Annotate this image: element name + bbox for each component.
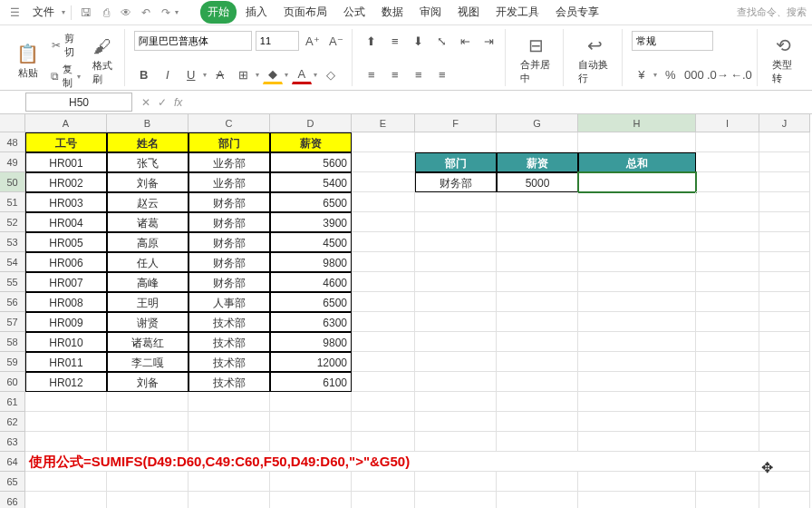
cell[interactable] bbox=[352, 312, 415, 332]
cell[interactable] bbox=[696, 492, 759, 508]
cell[interactable] bbox=[352, 152, 415, 172]
redo-icon[interactable]: ↷ bbox=[157, 4, 175, 22]
cell[interactable] bbox=[696, 272, 759, 292]
cell-dept[interactable]: 财务部 bbox=[188, 192, 270, 212]
cell[interactable] bbox=[759, 332, 810, 352]
cell[interactable] bbox=[497, 352, 578, 372]
cell-name[interactable]: 诸葛红 bbox=[107, 332, 188, 352]
cell-dept[interactable]: 人事部 bbox=[188, 292, 270, 312]
cell[interactable] bbox=[270, 412, 352, 432]
cell[interactable] bbox=[696, 212, 759, 232]
cell[interactable] bbox=[696, 172, 759, 192]
chevron-down-icon[interactable]: ▾ bbox=[62, 8, 65, 16]
cell[interactable] bbox=[578, 212, 696, 232]
cell[interactable] bbox=[415, 272, 497, 292]
type-convert-button[interactable]: ⟲类型转 bbox=[767, 31, 801, 89]
cell[interactable] bbox=[270, 492, 352, 508]
cell[interactable] bbox=[25, 392, 107, 412]
row-header-58[interactable]: 58 bbox=[0, 332, 25, 352]
cell[interactable] bbox=[578, 472, 696, 492]
cell[interactable] bbox=[415, 392, 497, 412]
cell[interactable] bbox=[415, 332, 497, 352]
cell-name[interactable]: 张飞 bbox=[107, 152, 188, 172]
cell[interactable] bbox=[352, 432, 415, 452]
cell[interactable] bbox=[25, 492, 107, 508]
cell[interactable] bbox=[759, 152, 810, 172]
cell[interactable] bbox=[497, 492, 578, 508]
cell[interactable] bbox=[25, 432, 107, 452]
cell-dept[interactable]: 技术部 bbox=[188, 312, 270, 332]
row-header-60[interactable]: 60 bbox=[0, 372, 25, 392]
cell[interactable] bbox=[497, 332, 578, 352]
cell-id[interactable]: HR008 bbox=[25, 292, 107, 312]
filter-dept[interactable]: 财务部 bbox=[415, 172, 497, 192]
tab-view[interactable]: 视图 bbox=[450, 1, 487, 24]
filter-sum-selected[interactable] bbox=[578, 172, 696, 192]
cell-id[interactable]: HR011 bbox=[25, 352, 107, 372]
wrap-text-button[interactable]: ↩自动换行 bbox=[573, 31, 616, 89]
cell-name[interactable]: 刘备 bbox=[107, 172, 188, 192]
cell[interactable] bbox=[578, 232, 696, 252]
column-header-G[interactable]: G bbox=[497, 114, 578, 132]
cell-id[interactable]: HR005 bbox=[25, 232, 107, 252]
cell[interactable] bbox=[352, 412, 415, 432]
filter-header-dept[interactable]: 部门 bbox=[415, 152, 497, 172]
app-menu-icon[interactable]: ☰ bbox=[5, 4, 24, 22]
cell[interactable] bbox=[578, 332, 696, 352]
cell[interactable] bbox=[578, 192, 696, 212]
cell[interactable] bbox=[107, 432, 188, 452]
cell-salary[interactable]: 4500 bbox=[270, 232, 352, 252]
row-header-56[interactable]: 56 bbox=[0, 292, 25, 312]
filter-header-sum[interactable]: 总和 bbox=[578, 152, 696, 172]
cell-name[interactable]: 高原 bbox=[107, 232, 188, 252]
cell-name[interactable]: 谢贤 bbox=[107, 312, 188, 332]
cell-id[interactable]: HR002 bbox=[25, 172, 107, 192]
fill-color-button[interactable]: ◆ bbox=[263, 64, 283, 84]
cell[interactable] bbox=[107, 392, 188, 412]
cell[interactable] bbox=[497, 432, 578, 452]
format-painter-button[interactable]: 🖌格式刷 bbox=[87, 33, 119, 90]
column-header-B[interactable]: B bbox=[107, 114, 188, 132]
cell[interactable] bbox=[270, 432, 352, 452]
cell[interactable] bbox=[497, 132, 578, 152]
cell[interactable] bbox=[497, 392, 578, 412]
cell[interactable] bbox=[759, 372, 810, 392]
formula-input[interactable] bbox=[191, 91, 812, 113]
cell-dept[interactable]: 财务部 bbox=[188, 212, 270, 232]
cell[interactable] bbox=[352, 212, 415, 232]
cell[interactable] bbox=[578, 392, 696, 412]
cell[interactable] bbox=[188, 412, 270, 432]
tab-data[interactable]: 数据 bbox=[374, 1, 411, 24]
cell[interactable] bbox=[497, 312, 578, 332]
cell[interactable] bbox=[578, 312, 696, 332]
cell[interactable] bbox=[497, 252, 578, 272]
cell[interactable] bbox=[352, 252, 415, 272]
justify-icon[interactable]: ≡ bbox=[432, 64, 452, 84]
strike-button[interactable]: A bbox=[210, 64, 230, 84]
cell[interactable] bbox=[415, 252, 497, 272]
row-header-59[interactable]: 59 bbox=[0, 352, 25, 372]
name-box[interactable]: H50 bbox=[25, 93, 132, 112]
italic-button[interactable]: I bbox=[158, 64, 178, 84]
cell[interactable] bbox=[497, 212, 578, 232]
cell[interactable] bbox=[352, 292, 415, 312]
cell[interactable] bbox=[759, 412, 810, 432]
cell[interactable] bbox=[352, 352, 415, 372]
cell-salary[interactable]: 6300 bbox=[270, 312, 352, 332]
cell-dept[interactable]: 技术部 bbox=[188, 332, 270, 352]
cell[interactable] bbox=[352, 172, 415, 192]
header-dept[interactable]: 部门 bbox=[188, 132, 270, 152]
cell[interactable] bbox=[759, 192, 810, 212]
tab-dev[interactable]: 开发工具 bbox=[488, 1, 546, 24]
cell-dept[interactable]: 业务部 bbox=[188, 172, 270, 192]
align-top-icon[interactable]: ⬆ bbox=[362, 31, 382, 51]
cell[interactable] bbox=[578, 412, 696, 432]
merge-center-button[interactable]: ⊟合并居中 bbox=[515, 31, 558, 89]
border-button[interactable]: ⊞ bbox=[234, 64, 254, 84]
cell-id[interactable]: HR004 bbox=[25, 212, 107, 232]
row-header-53[interactable]: 53 bbox=[0, 232, 25, 252]
underline-button[interactable]: U bbox=[181, 64, 201, 84]
row-header-61[interactable]: 61 bbox=[0, 392, 25, 412]
cell[interactable] bbox=[107, 492, 188, 508]
search-hint[interactable]: 查找命令、搜索 bbox=[737, 5, 807, 19]
